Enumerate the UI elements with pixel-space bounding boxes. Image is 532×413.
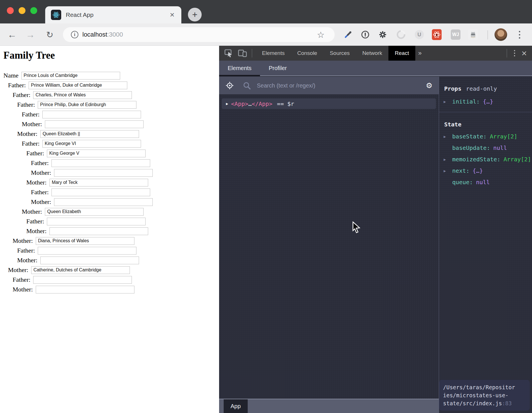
url-text: localhost:3000: [82, 31, 123, 38]
devtools-tab-network[interactable]: Network: [356, 46, 389, 61]
field-label: Father:: [22, 140, 39, 147]
ember-extension-icon[interactable]: [467, 23, 479, 46]
mother-input[interactable]: [49, 227, 148, 235]
select-element-icon[interactable]: [225, 81, 234, 90]
father-input[interactable]: [38, 101, 136, 109]
devtools-close-icon[interactable]: ×: [521, 49, 527, 58]
father-input[interactable]: [51, 159, 150, 167]
devtools-menu-icon[interactable]: [514, 50, 515, 56]
bookmark-star-icon[interactable]: ☆: [317, 23, 325, 46]
onepassword-extension-icon[interactable]: [359, 23, 372, 46]
devtools-panel: Elements Console Sources Network React »…: [219, 46, 532, 413]
react-devtools-extension-icon[interactable]: [430, 23, 443, 46]
devtools-tab-elements[interactable]: Elements: [256, 46, 291, 61]
father-input[interactable]: [29, 82, 127, 89]
form-row: Mother:: [0, 266, 219, 274]
expand-arrow-icon[interactable]: ▶: [444, 100, 448, 104]
device-toolbar-icon[interactable]: [237, 49, 248, 57]
browser-toolbar: ← → ↻ i localhost:3000 ☆ U WJ: [0, 23, 532, 46]
search-input[interactable]: Search (text or /regex/): [257, 82, 426, 89]
mother-input[interactable]: [54, 169, 153, 177]
prop-row-initial[interactable]: ▶ initial: {…}: [439, 98, 532, 105]
state-row-next[interactable]: ▶ next: {…}: [439, 165, 532, 176]
reload-button[interactable]: ↻: [42, 23, 58, 46]
father-input[interactable]: [47, 218, 146, 225]
tree-node-app[interactable]: ▶ <App>…</App> == $r: [222, 98, 436, 109]
settings-gear-icon[interactable]: ⚙: [426, 81, 432, 90]
field-label: Mother:: [13, 237, 33, 245]
expand-arrow-icon[interactable]: ▶: [444, 134, 448, 139]
mother-input[interactable]: [40, 257, 139, 264]
mother-input[interactable]: [31, 266, 130, 274]
profile-avatar[interactable]: [495, 28, 507, 41]
field-label: Father:: [31, 159, 49, 167]
devtools-tab-sources[interactable]: Sources: [323, 46, 356, 61]
breadcrumb-app[interactable]: App: [224, 399, 248, 413]
subtab-profiler[interactable]: Profiler: [260, 61, 295, 76]
mother-input[interactable]: [49, 179, 148, 186]
page-title: Family Tree: [3, 50, 219, 61]
forward-button[interactable]: →: [22, 23, 38, 46]
swirl-extension-icon[interactable]: [395, 23, 407, 46]
minimize-window-button[interactable]: [19, 7, 25, 14]
devtools-topbar: Elements Console Sources Network React »…: [219, 46, 532, 61]
mother-input[interactable]: [45, 120, 144, 128]
zoom-window-button[interactable]: [30, 7, 37, 14]
u-extension-icon[interactable]: U: [413, 23, 426, 46]
new-tab-button[interactable]: +: [188, 8, 202, 21]
address-bar[interactable]: i localhost:3000: [63, 27, 335, 42]
form-row: Father:: [0, 217, 219, 225]
state-value: Array[2]: [490, 133, 517, 140]
field-label: Father:: [22, 111, 39, 118]
react-favicon: [51, 10, 61, 20]
close-window-button[interactable]: [7, 7, 14, 14]
mother-input[interactable]: [36, 286, 134, 293]
mother-input[interactable]: [54, 198, 153, 206]
state-header: State: [444, 121, 532, 128]
gear-extension-icon[interactable]: [376, 23, 389, 46]
back-button[interactable]: ←: [4, 23, 20, 46]
mother-input[interactable]: [36, 237, 134, 245]
field-label: Mother:: [22, 208, 42, 215]
wj-extension-label: WJ: [451, 29, 460, 40]
devtools-tab-console[interactable]: Console: [291, 46, 323, 61]
more-tabs-icon[interactable]: »: [415, 49, 424, 57]
eyedropper-extension-icon[interactable]: [342, 23, 354, 46]
field-label: Mother:: [8, 266, 28, 274]
react-search-bar: Search (text or /regex/) ⚙: [219, 77, 439, 95]
field-label: Father:: [17, 247, 35, 254]
father-input[interactable]: [38, 247, 136, 255]
subtab-elements[interactable]: Elements: [219, 61, 260, 76]
form-row: Mother:: [0, 169, 219, 177]
browser-menu-icon[interactable]: [517, 23, 522, 46]
father-input[interactable]: [42, 111, 141, 118]
father-input[interactable]: [33, 91, 132, 99]
state-row-basestate[interactable]: ▶ baseState: Array[2]: [439, 131, 532, 142]
form-row: Father:: [0, 159, 219, 167]
expand-arrow-icon[interactable]: ▶: [444, 157, 448, 162]
read-only-badge: read-only: [466, 85, 497, 92]
field-label: Mother:: [31, 198, 51, 206]
form-row: Father:: [0, 110, 219, 118]
component-tree: ▶ <App>…</App> == $r: [219, 95, 439, 399]
father-input[interactable]: [51, 188, 150, 196]
name-input[interactable]: [21, 72, 120, 80]
devtools-tab-react[interactable]: React: [388, 46, 415, 61]
mother-input[interactable]: [45, 208, 144, 216]
state-row-memoizedstate[interactable]: ▶ memoizedState: Array[2]: [439, 154, 532, 165]
father-input[interactable]: [33, 276, 132, 284]
expand-arrow-icon[interactable]: ▶: [444, 169, 448, 173]
topbar-divider: [507, 49, 507, 57]
site-info-icon[interactable]: i: [71, 31, 78, 38]
father-input[interactable]: [47, 150, 146, 157]
wj-extension-icon[interactable]: WJ: [449, 23, 462, 46]
browser-tab[interactable]: React App ×: [45, 6, 181, 23]
tab-title: React App: [66, 11, 169, 18]
mother-input[interactable]: [40, 130, 139, 138]
page-content: Family Tree Name Father: Father: Father:…: [0, 46, 219, 413]
inspect-element-icon[interactable]: [223, 49, 235, 57]
expand-arrow-icon[interactable]: ▶: [226, 102, 228, 106]
tab-close-icon[interactable]: ×: [169, 11, 176, 19]
father-input[interactable]: [42, 140, 141, 148]
prop-key: initial:: [452, 98, 480, 105]
